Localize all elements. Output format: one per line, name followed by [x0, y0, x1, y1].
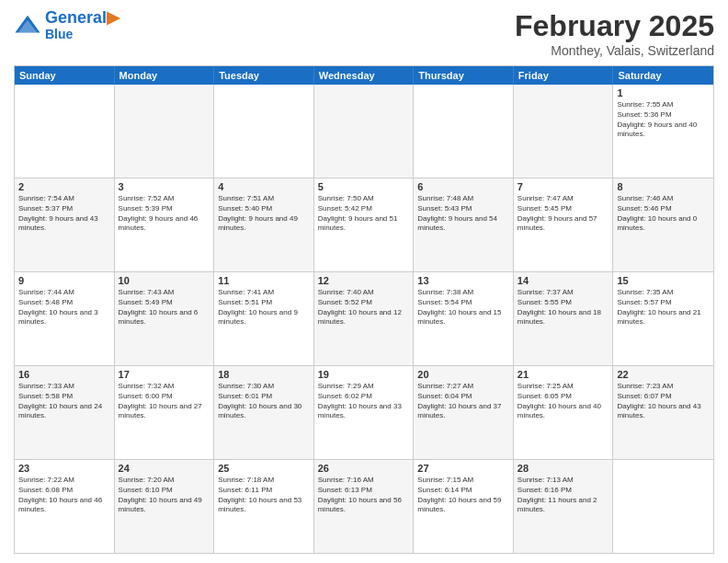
day-info: Sunrise: 7:23 AM Sunset: 6:07 PM Dayligh… [617, 382, 710, 421]
calendar-day: 3Sunrise: 7:52 AM Sunset: 5:39 PM Daylig… [115, 178, 215, 271]
day-info: Sunrise: 7:20 AM Sunset: 6:10 PM Dayligh… [119, 476, 210, 515]
calendar-day: 18Sunrise: 7:30 AM Sunset: 6:01 PM Dayli… [214, 366, 314, 459]
calendar-day: 8Sunrise: 7:46 AM Sunset: 5:46 PM Daylig… [613, 178, 713, 271]
day-info: Sunrise: 7:30 AM Sunset: 6:01 PM Dayligh… [218, 382, 310, 421]
calendar-empty [15, 85, 115, 178]
calendar-day: 4Sunrise: 7:51 AM Sunset: 5:40 PM Daylig… [214, 178, 314, 271]
day-number: 27 [417, 463, 509, 474]
day-number: 23 [18, 463, 110, 474]
day-number: 5 [318, 181, 410, 192]
day-number: 25 [218, 463, 310, 474]
weekday-header: Thursday [414, 66, 514, 85]
day-info: Sunrise: 7:47 AM Sunset: 5:45 PM Dayligh… [518, 194, 609, 234]
calendar-day: 20Sunrise: 7:27 AM Sunset: 6:04 PM Dayli… [414, 366, 514, 459]
day-info: Sunrise: 7:15 AM Sunset: 6:14 PM Dayligh… [417, 476, 509, 515]
day-number: 14 [518, 275, 609, 286]
calendar-day: 17Sunrise: 7:32 AM Sunset: 6:00 PM Dayli… [115, 366, 215, 459]
weekday-header: Sunday [15, 66, 115, 85]
day-number: 16 [18, 369, 110, 380]
day-number: 18 [218, 369, 310, 380]
calendar-day: 6Sunrise: 7:48 AM Sunset: 5:43 PM Daylig… [414, 178, 514, 271]
day-info: Sunrise: 7:43 AM Sunset: 5:49 PM Dayligh… [119, 288, 210, 327]
day-number: 2 [18, 181, 110, 192]
weekday-header: Friday [514, 66, 614, 85]
day-info: Sunrise: 7:32 AM Sunset: 6:00 PM Dayligh… [119, 382, 210, 421]
month-title: February 2025 [515, 9, 714, 43]
day-info: Sunrise: 7:51 AM Sunset: 5:40 PM Dayligh… [218, 194, 310, 234]
calendar-day: 26Sunrise: 7:16 AM Sunset: 6:13 PM Dayli… [314, 460, 415, 553]
day-info: Sunrise: 7:40 AM Sunset: 5:52 PM Dayligh… [318, 288, 410, 327]
day-info: Sunrise: 7:48 AM Sunset: 5:43 PM Dayligh… [417, 194, 509, 234]
logo: General▶ Blue [14, 9, 119, 41]
header: General▶ Blue February 2025 Monthey, Val… [14, 9, 714, 58]
day-info: Sunrise: 7:35 AM Sunset: 5:57 PM Dayligh… [617, 288, 710, 327]
logo-icon [14, 12, 41, 40]
day-number: 22 [617, 369, 710, 380]
calendar-day: 13Sunrise: 7:38 AM Sunset: 5:54 PM Dayli… [414, 272, 514, 365]
calendar-row: 16Sunrise: 7:33 AM Sunset: 5:58 PM Dayli… [15, 365, 713, 459]
day-number: 20 [417, 369, 509, 380]
day-number: 24 [119, 463, 210, 474]
calendar-day: 22Sunrise: 7:23 AM Sunset: 6:07 PM Dayli… [613, 366, 713, 459]
day-number: 7 [518, 181, 609, 192]
day-info: Sunrise: 7:37 AM Sunset: 5:55 PM Dayligh… [518, 288, 609, 327]
calendar-header: SundayMondayTuesdayWednesdayThursdayFrid… [15, 66, 713, 85]
weekday-header: Monday [115, 66, 215, 85]
calendar-day: 12Sunrise: 7:40 AM Sunset: 5:52 PM Dayli… [314, 272, 415, 365]
day-info: Sunrise: 7:22 AM Sunset: 6:08 PM Dayligh… [18, 476, 110, 515]
day-number: 28 [518, 463, 609, 474]
calendar-day: 1Sunrise: 7:55 AM Sunset: 5:36 PM Daylig… [613, 85, 713, 178]
calendar-day: 9Sunrise: 7:44 AM Sunset: 5:48 PM Daylig… [15, 272, 115, 365]
day-number: 26 [318, 463, 410, 474]
day-number: 13 [417, 275, 509, 286]
day-info: Sunrise: 7:54 AM Sunset: 5:37 PM Dayligh… [18, 194, 110, 234]
page: General▶ Blue February 2025 Monthey, Val… [0, 0, 728, 563]
calendar-day: 16Sunrise: 7:33 AM Sunset: 5:58 PM Dayli… [15, 366, 115, 459]
calendar-day: 28Sunrise: 7:13 AM Sunset: 6:16 PM Dayli… [514, 460, 614, 553]
day-info: Sunrise: 7:16 AM Sunset: 6:13 PM Dayligh… [318, 476, 410, 515]
day-number: 11 [218, 275, 310, 286]
day-number: 17 [119, 369, 210, 380]
calendar-day: 5Sunrise: 7:50 AM Sunset: 5:42 PM Daylig… [314, 178, 415, 271]
calendar-day: 24Sunrise: 7:20 AM Sunset: 6:10 PM Dayli… [115, 460, 215, 553]
day-number: 8 [617, 181, 710, 192]
day-number: 4 [218, 181, 310, 192]
calendar-empty [115, 85, 215, 178]
calendar-empty [214, 85, 314, 178]
weekday-header: Tuesday [214, 66, 314, 85]
location: Monthey, Valais, Switzerland [515, 43, 714, 58]
title-block: February 2025 Monthey, Valais, Switzerla… [515, 9, 714, 58]
calendar-empty [314, 85, 415, 178]
calendar-day: 2Sunrise: 7:54 AM Sunset: 5:37 PM Daylig… [15, 178, 115, 271]
calendar-empty [613, 460, 713, 553]
day-info: Sunrise: 7:55 AM Sunset: 5:36 PM Dayligh… [617, 100, 710, 140]
calendar-day: 7Sunrise: 7:47 AM Sunset: 5:45 PM Daylig… [514, 178, 614, 271]
day-number: 21 [518, 369, 609, 380]
calendar: SundayMondayTuesdayWednesdayThursdayFrid… [14, 65, 714, 554]
weekday-header: Wednesday [314, 66, 415, 85]
day-info: Sunrise: 7:18 AM Sunset: 6:11 PM Dayligh… [218, 476, 310, 515]
calendar-day: 27Sunrise: 7:15 AM Sunset: 6:14 PM Dayli… [414, 460, 514, 553]
day-number: 10 [119, 275, 210, 286]
day-info: Sunrise: 7:33 AM Sunset: 5:58 PM Dayligh… [18, 382, 110, 421]
calendar-row: 9Sunrise: 7:44 AM Sunset: 5:48 PM Daylig… [15, 271, 713, 365]
calendar-day: 10Sunrise: 7:43 AM Sunset: 5:49 PM Dayli… [115, 272, 215, 365]
calendar-row: 2Sunrise: 7:54 AM Sunset: 5:37 PM Daylig… [15, 178, 713, 271]
calendar-day: 14Sunrise: 7:37 AM Sunset: 5:55 PM Dayli… [514, 272, 614, 365]
day-number: 6 [417, 181, 509, 192]
day-info: Sunrise: 7:41 AM Sunset: 5:51 PM Dayligh… [218, 288, 310, 327]
day-number: 3 [119, 181, 210, 192]
day-info: Sunrise: 7:52 AM Sunset: 5:39 PM Dayligh… [119, 194, 210, 234]
logo-text: General▶ Blue [45, 9, 119, 41]
day-number: 15 [617, 275, 710, 286]
day-number: 9 [18, 275, 110, 286]
calendar-body: 1Sunrise: 7:55 AM Sunset: 5:36 PM Daylig… [15, 85, 713, 553]
day-number: 1 [617, 87, 710, 98]
day-number: 12 [318, 275, 410, 286]
calendar-day: 25Sunrise: 7:18 AM Sunset: 6:11 PM Dayli… [214, 460, 314, 553]
calendar-day: 11Sunrise: 7:41 AM Sunset: 5:51 PM Dayli… [214, 272, 314, 365]
calendar-empty [414, 85, 514, 178]
calendar-empty [514, 85, 614, 178]
calendar-day: 19Sunrise: 7:29 AM Sunset: 6:02 PM Dayli… [314, 366, 415, 459]
day-info: Sunrise: 7:38 AM Sunset: 5:54 PM Dayligh… [417, 288, 509, 327]
